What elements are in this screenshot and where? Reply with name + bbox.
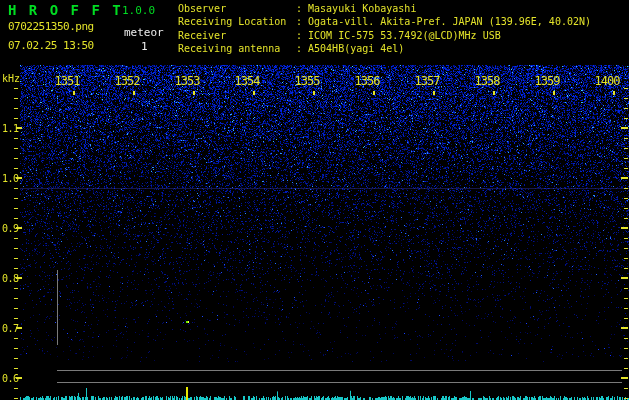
time-axis-label: 1352 xyxy=(115,74,140,88)
freq-axis-label: 0.6 xyxy=(2,373,19,384)
app-title: H R O F F T xyxy=(8,2,123,18)
info-value: : A504HB(yagi 4el) xyxy=(296,43,404,54)
time-axis-label: 1400 xyxy=(595,74,620,88)
time-axis-label: 1354 xyxy=(235,74,260,88)
time-axis-label: 1351 xyxy=(55,74,80,88)
info-value: : ICOM IC-575 53.7492(@LCD)MHz USB xyxy=(296,30,501,41)
info-value: : Masayuki Kobayashi xyxy=(296,3,416,14)
info-label: Receiving antenna xyxy=(178,42,296,55)
time-axis-label: 1358 xyxy=(475,74,500,88)
freq-axis-label: 1.1 xyxy=(2,123,19,134)
mode-label: meteor xyxy=(124,26,164,39)
info-row: Receiver: ICOM IC-575 53.7492(@LCD)MHz U… xyxy=(178,29,591,42)
station-info-block: Observer: Masayuki KobayashiReceiving Lo… xyxy=(178,2,591,56)
info-value: : Ogata-vill. Akita-Pref. JAPAN (139.96E… xyxy=(296,16,591,27)
time-axis-label: 1353 xyxy=(175,74,200,88)
info-row: Observer: Masayuki Kobayashi xyxy=(178,2,591,15)
timestamp-label: 07.02.25 13:50 xyxy=(8,39,94,52)
hrofft-window: H R O F F T 1.0.0 0702251350.png meteor … xyxy=(0,0,629,400)
info-label: Receiving Location xyxy=(178,15,296,28)
freq-axis-label: 0.9 xyxy=(2,223,19,234)
meteor-count: 1 xyxy=(141,40,148,53)
freq-axis-label: 1.0 xyxy=(2,173,19,184)
time-axis-label: 1356 xyxy=(355,74,380,88)
time-axis-label: 1357 xyxy=(415,74,440,88)
info-row: Receiving antenna: A504HB(yagi 4el) xyxy=(178,42,591,55)
khz-unit-label: kHz xyxy=(2,73,20,84)
info-row: Receiving Location: Ogata-vill. Akita-Pr… xyxy=(178,15,591,28)
version-label: 1.0.0 xyxy=(122,4,155,17)
time-axis-label: 1359 xyxy=(535,74,560,88)
time-axis-label: 1355 xyxy=(295,74,320,88)
info-label: Observer xyxy=(178,2,296,15)
freq-axis-label: 0.8 xyxy=(2,273,19,284)
freq-axis-label: 0.7 xyxy=(2,323,19,334)
info-label: Receiver xyxy=(178,29,296,42)
filename-label: 0702251350.png xyxy=(8,20,94,33)
label-layer: H R O F F T 1.0.0 0702251350.png meteor … xyxy=(0,0,629,400)
